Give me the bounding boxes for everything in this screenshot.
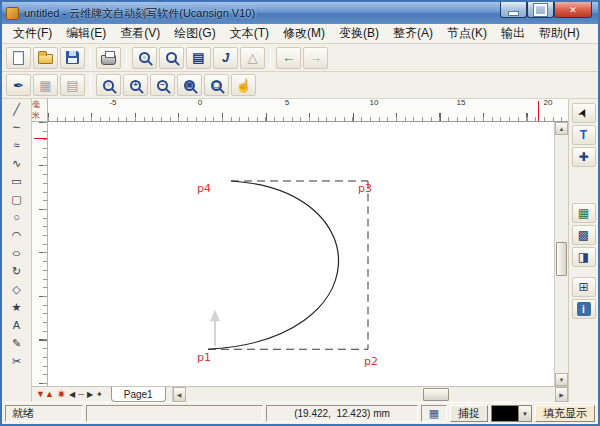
text-tool[interactable]: A (6, 317, 28, 334)
maximize-button[interactable] (527, 2, 554, 18)
redo-button[interactable]: → (303, 47, 328, 69)
properties-button[interactable]: ▤ (186, 47, 211, 69)
drawing-canvas[interactable]: p4 p3 p1 p2 (48, 122, 554, 386)
chevron-down-icon[interactable]: ▼ (518, 406, 531, 421)
menu-align[interactable]: 整齐(A) (386, 24, 440, 43)
rounded-rect-tool[interactable]: ▢ (6, 191, 28, 208)
blade-tool-button[interactable]: ✒ (6, 74, 31, 96)
node-edit-tool[interactable]: ✚ (572, 147, 596, 167)
scroll-down-icon[interactable]: ▼ (555, 373, 568, 386)
polygon-tool[interactable]: ◇ (6, 281, 28, 298)
current-color-swatch[interactable] (492, 406, 518, 421)
rectangle-icon: ▭ (11, 176, 21, 187)
zoom-all-icon: ▣ (184, 80, 195, 91)
page-add-button[interactable]: ✦ (96, 391, 103, 399)
fill-tool[interactable]: ▩ (572, 225, 596, 245)
zoom-in-button[interactable]: + (123, 74, 148, 96)
app-icon (6, 7, 19, 20)
arc-tool[interactable]: ◠ (6, 227, 28, 244)
pan-button[interactable]: ☝ (231, 74, 256, 96)
zoom-page-button[interactable]: ▢ (204, 74, 229, 96)
simulate-button[interactable]: △ (240, 47, 265, 69)
horizontal-scrollbar[interactable]: ◀ ▶ (172, 387, 568, 402)
grid-toggle-button[interactable]: ▦ (33, 74, 58, 96)
toolbar-view: ✒ ▦ ▤ ▫ + − ▣ ▢ ☝ (2, 72, 598, 99)
snap-toggle-button[interactable]: 捕捉 (450, 405, 488, 422)
pen-tool[interactable]: ✎ (6, 335, 28, 352)
scroll-right-icon[interactable]: ▶ (555, 387, 568, 402)
freehand-tool[interactable]: ∿ (6, 155, 28, 172)
ruler-tick-label: 10 (370, 99, 379, 107)
close-button[interactable]: ✕ (554, 2, 592, 18)
color-dropdown[interactable]: ▼ (491, 405, 532, 422)
menu-text[interactable]: 文本(T) (223, 24, 276, 43)
cut-path-button[interactable]: J (213, 47, 238, 69)
point-label-p4: p4 (197, 182, 211, 195)
menu-node[interactable]: 节点(K) (440, 24, 494, 43)
arc-curve[interactable] (208, 181, 339, 349)
freehand-icon: ∿ (12, 158, 21, 169)
grid-panel-button[interactable]: ⊞ (572, 277, 596, 297)
zoom-region-icon: ▫ (139, 52, 150, 63)
spiral-icon: ↻ (12, 266, 21, 277)
star-tool[interactable]: ★ (6, 299, 28, 316)
zoom-page-icon: ▢ (211, 80, 222, 91)
flip-color-icon[interactable]: ▼▲ (36, 390, 54, 399)
page-prev-button[interactable]: ◀ (69, 391, 75, 399)
vertical-text-tool[interactable]: T (572, 125, 596, 145)
menu-output[interactable]: 输出 (494, 24, 532, 43)
horizontal-scroll-thumb[interactable] (423, 388, 449, 401)
save-button[interactable] (60, 47, 85, 69)
zoom-window-button[interactable]: ▫ (96, 74, 121, 96)
menu-transform[interactable]: 变换(B) (332, 24, 386, 43)
preview-button[interactable] (159, 47, 184, 69)
spiral-tool[interactable]: ↻ (6, 263, 28, 280)
menu-modify[interactable]: 修改(M) (276, 24, 332, 43)
menu-help[interactable]: 帮助(H) (532, 24, 587, 43)
menu-view[interactable]: 查看(V) (113, 24, 167, 43)
circle-tool[interactable]: ○ (6, 209, 28, 226)
ruler-tick-label: 20 (544, 99, 553, 107)
status-ready: 就绪 (5, 405, 83, 422)
toolbar-separator (90, 75, 91, 95)
horizontal-ruler: -5 0 5 10 15 20 (48, 99, 568, 122)
page-tab[interactable]: Page1 (111, 387, 166, 402)
new-document-button[interactable] (6, 47, 31, 69)
print-button[interactable] (96, 47, 121, 69)
drawing-svg: p4 p3 p1 p2 (48, 122, 554, 386)
text-icon: A (13, 320, 20, 331)
toolbar-separator (126, 48, 127, 68)
select-tool[interactable]: ➤ (572, 103, 596, 123)
zoom-all-button[interactable]: ▣ (177, 74, 202, 96)
menu-edit[interactable]: 编辑(E) (59, 24, 113, 43)
star-color-icon[interactable]: ✷ (57, 389, 66, 400)
image-tool[interactable]: ▦ (572, 203, 596, 223)
knife-tool[interactable]: ✂ (6, 353, 28, 370)
ellipse-tool[interactable]: ○ (6, 245, 28, 262)
line-tool[interactable]: ╱ (6, 101, 28, 118)
menu-draw[interactable]: 绘图(G) (167, 24, 222, 43)
vertical-scroll-thumb[interactable] (556, 242, 567, 276)
menu-file[interactable]: 文件(F) (6, 24, 59, 43)
rounded-rect-icon: ▢ (11, 194, 21, 205)
ruler-toggle-button[interactable]: ▤ (60, 74, 85, 96)
outline-tool[interactable]: ◨ (572, 247, 596, 267)
curve-tool[interactable]: ≈ (6, 137, 28, 154)
open-file-button[interactable] (33, 47, 58, 69)
scroll-left-icon[interactable]: ◀ (173, 387, 186, 402)
minimize-button[interactable] (500, 2, 527, 18)
page-dash-button[interactable]: ─ (78, 391, 84, 399)
undo-button[interactable]: ← (276, 47, 301, 69)
rectangle-tool[interactable]: ▭ (6, 173, 28, 190)
scroll-up-icon[interactable]: ▲ (555, 122, 568, 135)
zoom-region-button[interactable]: ▫ (132, 47, 157, 69)
info-panel-button[interactable]: i (572, 299, 596, 319)
zoom-out-icon: − (157, 80, 168, 91)
zoom-in-icon: + (130, 80, 141, 91)
polyline-tool[interactable]: ∼ (6, 119, 28, 136)
zoom-out-button[interactable]: − (150, 74, 175, 96)
vertical-scrollbar[interactable]: ▲ ▼ (554, 122, 568, 386)
fill-display-button[interactable]: 填充显示 (535, 405, 595, 422)
grid-indicator-icon: ▦ (421, 405, 447, 422)
page-next-button[interactable]: ▶ (87, 391, 93, 399)
